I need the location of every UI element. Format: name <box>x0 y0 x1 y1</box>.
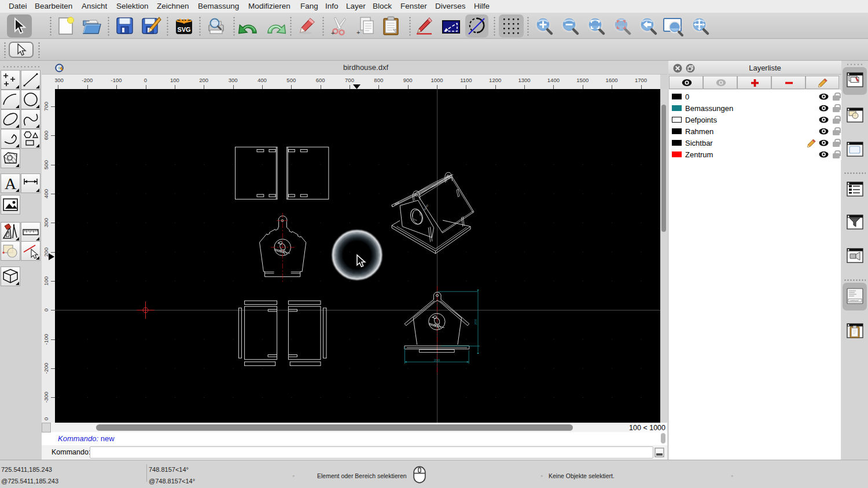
svg-text:command: command <box>849 300 858 302</box>
svg-text:+: + <box>356 29 360 36</box>
svg-text:200: 200 <box>474 319 477 325</box>
svg-text:200: 200 <box>434 358 440 362</box>
svg-text:SVG: SVG <box>177 26 190 33</box>
svg-text:A: A <box>5 175 17 193</box>
svg-text:+: + <box>331 29 334 36</box>
